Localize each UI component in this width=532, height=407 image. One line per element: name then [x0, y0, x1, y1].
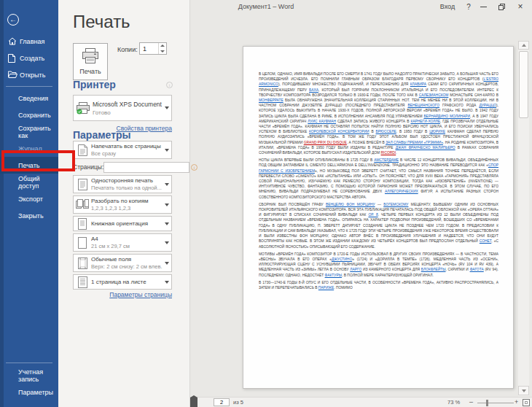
current-page-input[interactable] — [214, 398, 230, 406]
document-paragraph: НОТЫ ЦИКЛА ВПЕРВЫЕ БЫЛИ ОПУБЛИКОВАНЫ В 1… — [259, 158, 498, 200]
sidebar-item-печать[interactable]: Печать — [0, 157, 58, 174]
zoom-percent-label[interactable]: 73 % — [447, 399, 460, 406]
sidebar-top-nav: ГлавнаяСоздатьОткрыть — [0, 33, 58, 83]
sidebar-item-сведения[interactable]: Сведения — [0, 90, 58, 106]
sidebar-item-label: Закрыть — [18, 212, 44, 220]
chevron-down-icon — [163, 222, 171, 225]
document-text-segment: В — [369, 130, 376, 133]
settings-list: Напечатать все страницыВсе сразуСтраницы… — [73, 141, 172, 292]
zoom-slider-track[interactable] — [477, 403, 514, 403]
document-text-segment: НОТЫ ЦИКЛА ВПЕРВЫЕ БЫЛИ ОПУБЛИКОВАНЫ В 1… — [259, 158, 374, 162]
setting-text: A421 см x 29,7 см — [91, 236, 163, 249]
home-icon — [8, 37, 17, 45]
copies-input[interactable] — [140, 43, 158, 54]
new-document-icon — [8, 54, 17, 62]
document-text-segment: . ЧЕТЫРЕ ПЕРВЫХ КОНЦЕРТА ИЗ 12 БЫЛИ ОБЪЕ… — [259, 213, 498, 243]
sidebar-item-учетная-запись[interactable]: Учетная запись — [0, 367, 58, 384]
zoom-out-icon[interactable]: – — [469, 398, 473, 406]
open-folder-icon — [8, 71, 17, 79]
setting-text: Разобрать по копиям1,2,3 1,2,3 1,2,3 — [91, 198, 163, 212]
stepper-down-icon[interactable] — [159, 49, 166, 55]
sidebar-item-закрыть[interactable]: Закрыть — [0, 207, 58, 224]
preview-scrollbar-thumb[interactable] — [519, 51, 528, 118]
sidebar-item-label: Открыть — [20, 71, 45, 79]
setting-title: Разобрать по копиям — [91, 198, 163, 204]
copies-stepper-arrows — [158, 43, 166, 54]
sidebar-item-главная[interactable]: Главная — [0, 33, 58, 50]
sidebar-item-label: Журнал — [18, 145, 42, 152]
sidebar-item-сохранить[interactable]: Сохранить — [0, 106, 58, 123]
document-text-segment: — — [375, 203, 384, 206]
sidebar-item-label: Главная — [20, 38, 44, 45]
setting-dropdown-print-all-pages[interactable]: Напечатать все страницыВсе сразу — [73, 141, 172, 159]
chevron-down-icon — [163, 204, 171, 206]
restore-icon[interactable] — [495, 0, 508, 13]
zoom-to-page-icon[interactable] — [523, 399, 530, 406]
stepper-up-icon[interactable] — [159, 43, 166, 49]
setting-dropdown-margins[interactable]: Обычные поляВерх: 2 см снизу: 2 см влев.… — [73, 254, 172, 272]
setting-dropdown-one-sided[interactable]: Односторонняя печатьПечатать только на о… — [73, 175, 172, 193]
printer-section-heading: Принтер — [73, 79, 116, 90]
sign-in-button[interactable]: Вход — [436, 0, 459, 13]
sidebar-item-label: Параметры — [18, 389, 53, 396]
document-text-segment: ИЗ КАМЕРНОГО КОНЦЕРТА ДЛЯ — [361, 268, 421, 271]
document-hyperlink: АМСТЕРДАМЕ — [374, 158, 399, 162]
document-hyperlink: ВЕНЦЕЛЮ ФОН МОРЦИНУ — [326, 203, 375, 206]
document-text-segment: . В 1950 ГОДУ В — [396, 130, 430, 133]
print-button[interactable]: Печать — [73, 43, 108, 80]
document-text-segment: ), ПОРОДИВШЕМУ МНОЖЕСТВО ПОДРАЖАНИЙ, И П… — [278, 82, 410, 86]
document-paragraph: В ЦЕЛОМ, ОДНАКО, ИМЯ ВИВАЛЬДИ ПОСЛЕ ЕГО … — [259, 71, 498, 155]
next-page-icon[interactable] — [194, 395, 197, 407]
document-text-segment: . ПОМИМО — [334, 286, 353, 290]
back-arrow-icon[interactable]: ← — [7, 14, 19, 26]
pages-input[interactable] — [103, 162, 189, 173]
document-hyperlink: ДЖАН ФРАНЧЕСКО МАЛИПЬЕРО — [396, 146, 455, 150]
pages-info-icon: i — [191, 164, 197, 171]
document-hyperlink: ДЖУСТИНО — [332, 257, 352, 261]
zoom-in-icon[interactable]: + — [515, 398, 518, 406]
sidebar-item-экспорт[interactable]: Экспорт — [0, 190, 58, 207]
setting-dropdown-collate[interactable]: Разобрать по копиям1,2,3 1,2,3 1,2,3 — [73, 195, 172, 214]
document-hyperlink: ФАГОТА — [470, 268, 484, 271]
print-button-label: Печать — [79, 68, 101, 75]
setting-subtitle: 21 см x 29,7 см — [91, 243, 163, 249]
document-text-segment: МОНАСТЫРЕ САН-КАРЛО В — [448, 93, 498, 97]
orientation-icon — [74, 218, 91, 230]
chevron-down-icon — [163, 241, 171, 244]
page-count-label: из 5 — [233, 399, 243, 406]
document-hyperlink: САЛЕЗИАНСКОМ — [419, 93, 449, 97]
document-hyperlink: КОРОЛЕВСКОЙ КОНСЕРВАТОРИИ — [309, 130, 369, 133]
setting-dropdown-paper-size[interactable]: A421 см x 29,7 см — [73, 233, 172, 252]
minimize-icon[interactable] — [477, 0, 490, 13]
setting-subtitle: 1,2,3 1,2,3 1,2,3 — [91, 205, 163, 212]
printer-dropdown[interactable]: Microsoft XPS Document W... Готово — [73, 95, 172, 121]
sidebar-item-label: Общий доступ — [18, 175, 58, 190]
scroll-up-icon[interactable] — [518, 41, 529, 50]
one-sided-icon — [74, 179, 91, 190]
help-icon[interactable]: ? — [463, 0, 474, 13]
chevron-down-icon — [163, 106, 171, 109]
sidebar-item-создать[interactable]: Создать — [0, 50, 58, 66]
setting-dropdown-pages-per-sheet[interactable]: 1 страница на листе — [73, 274, 172, 290]
print-settings-panel: Печать Печать Копии: Принтер i Microsoft… — [58, 0, 190, 407]
sidebar-item-журнал: Журнал — [0, 140, 58, 157]
document-hyperlink: ЛАРГО — [350, 268, 361, 271]
document-hyperlink: МОНФЕРРАТЕ — [259, 98, 283, 102]
setting-subtitle: Верх: 2 см снизу: 2 см влев... — [91, 263, 163, 270]
setting-dropdown-orientation[interactable]: Книжная ориентация — [73, 216, 172, 231]
copies-label: Копии: — [117, 46, 138, 53]
sidebar-item-сохранить-как[interactable]: Сохранить как — [0, 123, 58, 140]
printer-info: Microsoft XPS Document W... Готово — [93, 101, 163, 116]
close-icon[interactable]: × — [513, 0, 528, 13]
print-all-pages-icon — [74, 144, 91, 156]
sidebar-item-общий-доступ[interactable]: Общий доступ — [0, 174, 58, 190]
document-hyperlink: ДУРАЦЦО — [479, 104, 496, 107]
sidebar-item-параметры[interactable]: Параметры — [0, 384, 58, 400]
scroll-down-icon[interactable] — [518, 386, 529, 395]
printer-icon — [82, 48, 99, 65]
window-title: Документ1 – Word — [182, 3, 350, 10]
document-text-segment: СБОРНИК БЫЛ ПОСВЯЩЁН ГРАФУ — [259, 203, 326, 206]
page-setup-link[interactable]: Параметры страницы — [73, 291, 172, 298]
sidebar-item-открыть[interactable]: Открыть — [0, 66, 58, 83]
zoom-slider-thumb[interactable] — [486, 400, 488, 406]
